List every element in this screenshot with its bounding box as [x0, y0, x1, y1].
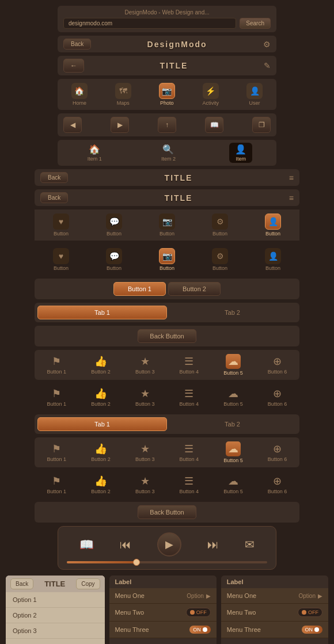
lp-copy-button[interactable]: Copy [76, 578, 100, 589]
toolbar-btn-1-2[interactable]: 👍 Button 2 [89, 354, 113, 376]
toolbar-btn-4-4[interactable]: ☰ Button 4 [177, 474, 202, 496]
tab-3[interactable]: Tab 1 [37, 417, 167, 431]
action-btn-heart-2[interactable]: ♥ Button [48, 247, 74, 272]
action-btn-settings[interactable]: ⚙ Button [207, 212, 233, 238]
toolbar-btn-2-5[interactable]: ☁ Button 5 [221, 386, 245, 408]
lp-back-button[interactable]: Back [10, 578, 33, 589]
back-button-full-2[interactable]: Back Button [138, 505, 196, 519]
toolbar-btn-4-6[interactable]: ⊕ Button 6 [265, 474, 290, 496]
lp-option-4[interactable]: Option 4 [6, 639, 105, 644]
toolbar-btn-3-4[interactable]: ☰ Button 4 [177, 441, 202, 463]
prev-button[interactable]: ⏮ [120, 538, 131, 551]
tab-1[interactable]: Tab 1 [37, 306, 167, 319]
book-button[interactable]: 📖 [205, 117, 223, 133]
mail-button[interactable]: ✉ [245, 538, 255, 551]
toolbar-btn-4-5[interactable]: ☁ Button 5 [221, 474, 245, 496]
book-media-button[interactable]: 📖 [79, 538, 94, 551]
edit-icon[interactable]: ✎ [264, 61, 271, 70]
maps-icon: 🗺 [115, 83, 131, 99]
toolbar-btn-1-6[interactable]: ⊕ Button 6 [265, 354, 290, 376]
heart-icon-2: ♥ [53, 248, 69, 264]
toolbar-label-3-6: Button 6 [268, 456, 287, 462]
back-button-1[interactable]: Back [63, 39, 91, 49]
mid-menu-three[interactable]: Menu Three ON [109, 622, 217, 638]
search-button[interactable]: Search [240, 18, 271, 29]
toolbar-btn-3-1[interactable]: ⚑ Button 1 [45, 441, 69, 463]
action-btn-settings-2[interactable]: ⚙ Button [207, 247, 233, 272]
toolbar-btn-4-1[interactable]: ⚑ Button 1 [45, 474, 69, 496]
rp-menu-one[interactable]: Menu One Option ▶ [221, 588, 328, 604]
flag-icon-2: ⚑ [52, 387, 61, 400]
action-btn-camera[interactable]: 📷 Button [154, 212, 180, 238]
filter-icon-4[interactable]: ≡ [289, 193, 294, 203]
camera-icon-2: 📷 [159, 248, 175, 264]
toolbar-btn-4-2[interactable]: 👍 Button 2 [89, 474, 113, 496]
item1-icon: 🏠 [89, 144, 100, 155]
action-btn-chat-2[interactable]: 💬 Button [101, 247, 127, 272]
toolbar-btn-2-4[interactable]: ☰ Button 4 [177, 386, 202, 408]
toolbar-btn-1-4[interactable]: ☰ Button 4 [177, 354, 202, 376]
toolbar-btn-1-1[interactable]: ⚑ Button 1 [45, 354, 69, 376]
url-input[interactable] [63, 18, 236, 29]
toolbar-btn-1-5[interactable]: ☁ Button 5 [221, 353, 245, 377]
rp-menu-two[interactable]: Menu Two OFF [221, 604, 328, 622]
bottom-section: Back TITLE Copy Option 1 Option 2 Option… [6, 576, 328, 644]
rp-toggle-off[interactable]: OFF [298, 608, 322, 617]
mid-menu-one[interactable]: Menu One Option ▶ [109, 588, 217, 604]
toolbar-btn-3-2[interactable]: 👍 Button 2 [89, 441, 113, 463]
back-button-full[interactable]: Back Button [138, 329, 196, 343]
share-button[interactable]: ↑ [158, 117, 176, 133]
toolbar-btn-2-6[interactable]: ⊕ Button 6 [265, 386, 290, 408]
action-btn-chat[interactable]: 💬 Button [101, 212, 127, 238]
right-arrow-button[interactable]: ▶ [111, 117, 129, 133]
bottom-tab-item2[interactable]: 🔍 Item 2 [155, 143, 181, 163]
tab-icon-user[interactable]: 👤 User [242, 82, 267, 107]
toolbar-btn-3-3[interactable]: ★ Button 3 [133, 441, 157, 463]
lp-option-2[interactable]: Option 2 [6, 608, 105, 623]
tab-4[interactable]: Tab 2 [168, 418, 297, 430]
tab-2[interactable]: Tab 2 [168, 306, 297, 319]
user-icon-1: 👤 [265, 214, 281, 230]
action-btn-camera-2[interactable]: 📷 Button [154, 247, 180, 272]
rp-label-1: Label [221, 576, 328, 588]
rp-menu-three[interactable]: Menu Three ON [221, 622, 328, 638]
toolbar-btn-2-3[interactable]: ★ Button 3 [133, 386, 157, 408]
lp-option-3[interactable]: Option 3 [6, 623, 105, 639]
mid-menu-two[interactable]: Menu Two OFF [109, 604, 217, 622]
toolbar-btn-2-2[interactable]: 👍 Button 2 [89, 386, 113, 408]
toolbar-btn-1-3[interactable]: ★ Button 3 [133, 354, 157, 376]
toolbar-label-2-6: Button 6 [268, 401, 287, 407]
action-label-5: Button [265, 231, 280, 237]
lp-option-1[interactable]: Option 1 [6, 592, 105, 608]
toggle-off-1[interactable]: OFF [186, 608, 211, 617]
toolbar-btn-3-5[interactable]: ☁ Button 5 [221, 440, 245, 464]
action-btn-heart[interactable]: ♥ Button [48, 212, 74, 238]
back-button-4[interactable]: Back [40, 192, 68, 203]
progress-bar[interactable] [67, 561, 267, 563]
home-icon: 🏠 [71, 83, 88, 99]
bottom-tab-item1[interactable]: 🏠 Item 1 [82, 143, 108, 163]
tab-icon-photo[interactable]: 📷 Photo [154, 82, 180, 107]
tab-icon-maps[interactable]: 🗺 Maps [111, 82, 136, 107]
left-arrow-button[interactable]: ◀ [63, 117, 82, 133]
toolbar-btn-2-1[interactable]: ⚑ Button 1 [45, 386, 69, 408]
filter-icon-3[interactable]: ≡ [289, 173, 294, 182]
back-button-3[interactable]: Back [40, 172, 68, 183]
tab-icon-activity[interactable]: ⚡ Activity [198, 82, 224, 107]
action-btn-user[interactable]: 👤 Button [260, 212, 286, 238]
toolbar-btn-4-3[interactable]: ★ Button 3 [133, 474, 157, 496]
rp-toggle-on[interactable]: ON [302, 626, 323, 634]
toolbar-btn-3-6[interactable]: ⊕ Button 6 [265, 441, 290, 463]
back-arrow-button[interactable]: ← [63, 59, 84, 73]
bottom-tab-item3[interactable]: 👤 Item [229, 143, 252, 163]
tab-icon-home[interactable]: 🏠 Home [67, 82, 92, 107]
action-btn-user-2[interactable]: 👤 Button [260, 247, 286, 272]
play-button[interactable]: ▶ [157, 532, 181, 557]
toggle-on-1[interactable]: ON [189, 626, 211, 634]
gear-icon[interactable]: ⚙ [263, 40, 271, 49]
next-button[interactable]: ⏭ [207, 538, 219, 551]
copy-button[interactable]: ❐ [252, 117, 271, 133]
seg-btn-1[interactable]: Button 1 [113, 282, 166, 296]
progress-thumb[interactable] [133, 559, 140, 566]
seg-btn-2[interactable]: Button 2 [168, 282, 221, 296]
